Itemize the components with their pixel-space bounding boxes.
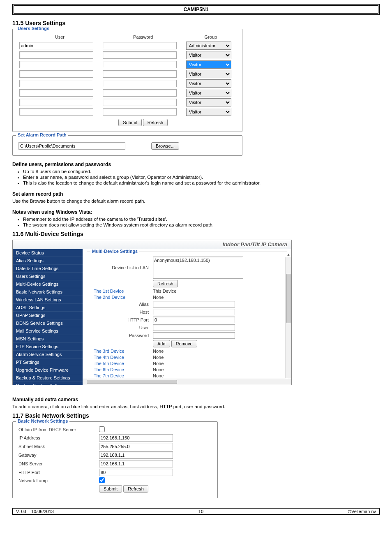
password-input[interactable] xyxy=(153,332,235,339)
user-input[interactable] xyxy=(19,99,93,106)
remove-button[interactable]: Remove xyxy=(171,340,197,347)
submit-button[interactable]: Submit xyxy=(118,119,141,126)
host-input[interactable] xyxy=(153,309,235,315)
group-select[interactable]: Visitor xyxy=(186,60,231,69)
link-2nd-device[interactable]: The 2nd Device xyxy=(91,295,153,300)
password-input[interactable] xyxy=(103,108,177,116)
user-input[interactable] xyxy=(19,70,93,78)
browse-button[interactable]: Browse... xyxy=(151,142,179,150)
lan-device-entry[interactable]: Anonymous(192.168.1.150) xyxy=(154,258,242,263)
hscroll-thumb[interactable] xyxy=(87,380,177,384)
label-user: User xyxy=(91,325,153,330)
password-input[interactable] xyxy=(103,42,177,49)
alarm-text: Use the Browse button to change the defa… xyxy=(12,199,380,204)
manual-text: To add a camera, click on a blue link an… xyxy=(12,404,380,409)
ip-input[interactable] xyxy=(99,434,173,442)
user-input[interactable] xyxy=(19,61,93,68)
group-select[interactable]: Administrator xyxy=(186,42,231,50)
refresh-button[interactable]: Refresh xyxy=(143,119,168,126)
link-1st-device[interactable]: The 1st Device xyxy=(91,289,153,294)
sidebar-item-multi-device[interactable]: Multi-Device Settings xyxy=(13,280,83,288)
label-network-lamp: Network Lamp xyxy=(17,477,99,484)
password-input[interactable] xyxy=(103,99,177,106)
footer-version: V. 03 – 10/06/2013 xyxy=(16,509,54,514)
scroll-up-icon: ▲ xyxy=(286,252,291,257)
group-select[interactable]: Visitor xyxy=(186,79,231,88)
label-http-port: HTTP Port xyxy=(91,317,153,322)
sidebar-item-restore-factory[interactable]: Restore Factory Settings xyxy=(13,382,83,385)
sidebar-item-pt[interactable]: PT Settings xyxy=(13,358,83,366)
val-7th-device: None xyxy=(153,373,283,378)
link-3rd-device[interactable]: The 3rd Device xyxy=(91,349,153,354)
col-password: Password xyxy=(103,34,184,40)
dns-input[interactable] xyxy=(99,460,173,467)
password-input[interactable] xyxy=(103,89,177,97)
vertical-scrollbar[interactable]: ▲ ▼ xyxy=(285,257,291,378)
horizontal-scrollbar[interactable] xyxy=(83,379,291,385)
refresh-button[interactable]: Refresh xyxy=(123,485,148,493)
link-6th-device[interactable]: The 6th Device xyxy=(91,367,153,372)
dhcp-checkbox[interactable] xyxy=(99,426,105,432)
alarm-path-input[interactable] xyxy=(18,142,125,150)
sidebar-item-upgrade-firmware[interactable]: Upgrade Device Firmware xyxy=(13,366,83,374)
user-input[interactable] xyxy=(19,108,93,116)
label-gateway: Gateway xyxy=(17,451,99,459)
user-input[interactable] xyxy=(19,89,93,97)
gateway-input[interactable] xyxy=(99,451,173,459)
submit-button[interactable]: Submit xyxy=(99,485,122,493)
group-select[interactable]: Visitor xyxy=(186,89,231,97)
scroll-thumb[interactable] xyxy=(286,274,291,323)
sidebar: Device Status Alias Settings Date & Time… xyxy=(13,249,83,385)
group-select[interactable]: Visitor xyxy=(186,108,231,116)
alarm-record-fieldset: Set Alarm Record Path Browse... xyxy=(12,135,242,156)
val-4th-device: None xyxy=(153,355,283,360)
section-11-7-title: 11.7 Basic Network Settings xyxy=(12,412,380,419)
password-input[interactable] xyxy=(103,61,177,68)
user-input[interactable] xyxy=(19,80,93,87)
sidebar-item-mail[interactable]: Mail Service Settings xyxy=(13,327,83,335)
device-list-lan[interactable]: Anonymous(192.168.1.150) xyxy=(153,257,243,279)
password-input[interactable] xyxy=(103,51,177,59)
user-input[interactable] xyxy=(153,324,235,331)
sidebar-item-ftp[interactable]: FTP Service Settings xyxy=(13,343,83,351)
network-lamp-checkbox[interactable] xyxy=(99,477,105,483)
link-7th-device[interactable]: The 7th Device xyxy=(91,373,153,378)
doc-title: CAMIP5N1 xyxy=(14,5,378,14)
alias-input[interactable] xyxy=(153,301,235,308)
group-select[interactable]: Visitor xyxy=(186,70,231,78)
val-3rd-device: None xyxy=(153,349,283,354)
label-http-port: HTTP Port xyxy=(17,469,99,476)
sidebar-item-upnp[interactable]: UPnP Settings xyxy=(13,312,83,319)
user-input[interactable] xyxy=(19,51,93,59)
sidebar-item-device-status[interactable]: Device Status xyxy=(13,249,83,257)
val-1st-device: This Device xyxy=(153,289,283,294)
sidebar-item-backup-restore[interactable]: Backup & Restore Settings xyxy=(13,374,83,382)
label-device-list: Device List in LAN xyxy=(91,265,153,270)
list-item: The system does not allow setting the Wi… xyxy=(23,222,380,227)
col-group: Group xyxy=(186,34,235,40)
password-input[interactable] xyxy=(103,80,177,87)
group-select[interactable]: Visitor xyxy=(186,98,231,106)
add-button[interactable]: Add xyxy=(153,340,170,347)
sidebar-item-date-time[interactable]: Date & Time Settings xyxy=(13,265,83,273)
manual-title: Manually add extra cameras xyxy=(12,397,380,402)
link-4th-device[interactable]: The 4th Device xyxy=(91,355,153,360)
sidebar-item-alarm-service[interactable]: Alarm Service Settings xyxy=(13,351,83,358)
sidebar-item-alias-settings[interactable]: Alias Settings xyxy=(13,257,83,265)
basic-network-fieldset: Basic Network Settings Obtain IP from DH… xyxy=(12,421,218,498)
sidebar-item-adsl[interactable]: ADSL Settings xyxy=(13,304,83,312)
sidebar-item-wireless-lan[interactable]: Wireless LAN Settings xyxy=(13,296,83,304)
sidebar-item-ddns[interactable]: DDNS Service Settings xyxy=(13,319,83,327)
sidebar-item-users-settings[interactable]: Users Settings xyxy=(13,273,83,280)
http-port-input[interactable] xyxy=(99,469,173,476)
sidebar-item-msn[interactable]: MSN Settings xyxy=(13,335,83,343)
list-item: Enter a user name, a password and select… xyxy=(23,175,380,180)
refresh-lan-button[interactable]: Refresh xyxy=(153,280,178,287)
http-port-input[interactable] xyxy=(153,317,235,323)
password-input[interactable] xyxy=(103,70,177,78)
user-input[interactable] xyxy=(19,42,93,49)
sidebar-item-basic-network[interactable]: Basic Network Settings xyxy=(13,288,83,296)
mask-input[interactable] xyxy=(99,443,173,450)
group-select[interactable]: Visitor xyxy=(186,51,231,59)
link-5th-device[interactable]: The 5th Device xyxy=(91,361,153,366)
